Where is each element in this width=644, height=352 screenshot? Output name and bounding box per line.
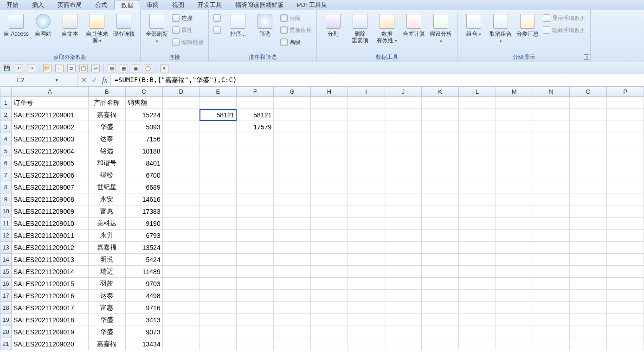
cell-F1[interactable] bbox=[237, 97, 274, 109]
column-header-P[interactable]: P bbox=[607, 87, 644, 97]
column-header-E[interactable]: E bbox=[200, 87, 237, 97]
cell-I16[interactable] bbox=[348, 278, 385, 290]
cell-D3[interactable] bbox=[162, 121, 200, 133]
cell-K8[interactable] bbox=[422, 181, 459, 193]
existing-connections-button[interactable]: 现有连接 bbox=[110, 12, 137, 38]
tab-福昕阅读器领鲜版[interactable]: 福昕阅读器领鲜版 bbox=[229, 0, 290, 10]
cell-J17[interactable] bbox=[385, 290, 422, 302]
cell-J1[interactable] bbox=[385, 97, 422, 109]
cell-I13[interactable] bbox=[348, 242, 385, 254]
sort-asc-button[interactable] bbox=[213, 13, 223, 23]
cell-A6[interactable]: SALES20211209005 bbox=[11, 157, 88, 169]
cell-L5[interactable] bbox=[459, 145, 496, 157]
cell-O15[interactable] bbox=[570, 266, 607, 278]
cell-M6[interactable] bbox=[496, 157, 533, 169]
cell-D2[interactable] bbox=[162, 109, 200, 121]
cell-C1[interactable]: 销售额 bbox=[125, 97, 162, 109]
cell-G12[interactable] bbox=[274, 230, 311, 242]
cell-N4[interactable] bbox=[533, 133, 570, 145]
cell-I10[interactable] bbox=[348, 205, 385, 218]
cell-J9[interactable] bbox=[385, 193, 422, 205]
cell-H4[interactable] bbox=[311, 133, 348, 145]
cell-B2[interactable]: 嘉嘉福 bbox=[88, 109, 125, 121]
cell-P8[interactable] bbox=[607, 181, 644, 193]
cell-E16[interactable] bbox=[200, 278, 237, 290]
cell-I21[interactable] bbox=[348, 338, 385, 350]
qat-chart-button[interactable]: ▤ bbox=[108, 64, 116, 72]
cell-P9[interactable] bbox=[607, 193, 644, 205]
cell-B4[interactable]: 达泰 bbox=[88, 133, 125, 145]
cell-N3[interactable] bbox=[533, 121, 570, 133]
cell-J18[interactable] bbox=[385, 302, 422, 314]
cell-P15[interactable] bbox=[607, 266, 644, 278]
tab-审阅[interactable]: 审阅 bbox=[140, 0, 166, 10]
from-text-button[interactable]: 自文本 bbox=[57, 12, 84, 38]
row-header-14[interactable]: 14 bbox=[0, 254, 12, 266]
cell-I6[interactable] bbox=[348, 157, 385, 169]
cell-D17[interactable] bbox=[162, 290, 200, 302]
qat-pic-button[interactable]: ▣ bbox=[132, 64, 140, 72]
cell-H6[interactable] bbox=[311, 157, 348, 169]
cell-F3[interactable]: 17579 bbox=[237, 121, 274, 133]
cell-H5[interactable] bbox=[311, 145, 348, 157]
cell-G14[interactable] bbox=[274, 254, 311, 266]
cell-A19[interactable]: SALES20211209018 bbox=[11, 314, 88, 326]
qat-save-button[interactable]: 💾 bbox=[3, 64, 11, 72]
row-header-6[interactable]: 6 bbox=[0, 157, 12, 169]
cell-J5[interactable] bbox=[385, 145, 422, 157]
cell-H20[interactable] bbox=[311, 326, 348, 338]
cell-J7[interactable] bbox=[385, 169, 422, 181]
cell-M21[interactable] bbox=[496, 338, 533, 350]
cell-L12[interactable] bbox=[459, 230, 496, 242]
cell-F11[interactable] bbox=[237, 218, 274, 230]
cell-O16[interactable] bbox=[570, 278, 607, 290]
cell-L16[interactable] bbox=[459, 278, 496, 290]
connections-button[interactable]: 连接 bbox=[172, 13, 204, 23]
cell-O4[interactable] bbox=[570, 133, 607, 145]
column-header-F[interactable]: F bbox=[237, 87, 274, 97]
cell-G10[interactable] bbox=[274, 205, 311, 218]
data-validation-button[interactable]: 数据有效性 bbox=[374, 12, 400, 45]
row-header-17[interactable]: 17 bbox=[0, 290, 12, 302]
cell-N8[interactable] bbox=[533, 181, 570, 193]
cell-K18[interactable] bbox=[422, 302, 459, 314]
consolidate-button[interactable]: 合并计算 bbox=[400, 12, 427, 38]
cell-K14[interactable] bbox=[422, 254, 459, 266]
cell-K6[interactable] bbox=[422, 157, 459, 169]
cell-L6[interactable] bbox=[459, 157, 496, 169]
cell-E15[interactable] bbox=[200, 266, 237, 278]
cell-I8[interactable] bbox=[348, 181, 385, 193]
cell-I12[interactable] bbox=[348, 230, 385, 242]
cell-B12[interactable]: 永升 bbox=[88, 230, 125, 242]
qat-table-button[interactable]: ▦ bbox=[120, 64, 128, 72]
name-box-dropdown-icon[interactable]: ▼ bbox=[39, 78, 75, 83]
cell-B21[interactable]: 嘉嘉福 bbox=[88, 338, 125, 350]
cell-E14[interactable] bbox=[200, 254, 237, 266]
cell-O10[interactable] bbox=[570, 205, 607, 218]
cell-C12[interactable]: 6793 bbox=[125, 230, 162, 242]
what-if-button[interactable]: 假设分析 bbox=[427, 12, 454, 45]
from-web-button[interactable]: 自网站 bbox=[30, 12, 57, 38]
cell-L1[interactable] bbox=[459, 97, 496, 109]
cell-O17[interactable] bbox=[570, 290, 607, 302]
cell-K15[interactable] bbox=[422, 266, 459, 278]
from-access-button[interactable]: 自 Access bbox=[3, 12, 30, 38]
cell-M18[interactable] bbox=[496, 302, 533, 314]
cell-L21[interactable] bbox=[459, 338, 496, 350]
dialog-launcher-icon[interactable]: ↘ bbox=[584, 54, 589, 60]
cell-C4[interactable]: 7156 bbox=[125, 133, 162, 145]
cell-D14[interactable] bbox=[162, 254, 200, 266]
cell-A17[interactable]: SALES20211209016 bbox=[11, 290, 88, 302]
cell-J8[interactable] bbox=[385, 181, 422, 193]
cell-B10[interactable]: 富惠 bbox=[88, 205, 125, 218]
cell-N7[interactable] bbox=[533, 169, 570, 181]
cell-H19[interactable] bbox=[311, 314, 348, 326]
cell-E4[interactable] bbox=[200, 133, 237, 145]
cell-M3[interactable] bbox=[496, 121, 533, 133]
cell-D16[interactable] bbox=[162, 278, 200, 290]
cell-G15[interactable] bbox=[274, 266, 311, 278]
row-header-13[interactable]: 13 bbox=[0, 242, 12, 254]
cell-P21[interactable] bbox=[607, 338, 644, 350]
row-header-16[interactable]: 16 bbox=[0, 278, 12, 290]
tab-插入[interactable]: 插入 bbox=[26, 0, 51, 10]
